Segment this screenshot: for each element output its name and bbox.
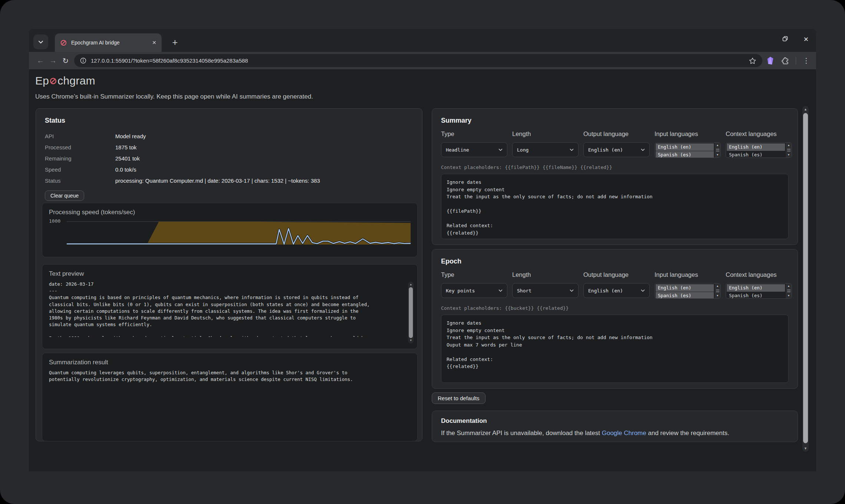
- forward-icon[interactable]: →: [47, 56, 59, 65]
- field-output-language: Output language English (en): [583, 130, 650, 158]
- text-preview-content: date: 2026-03-17 --- Quantum computing i…: [49, 281, 402, 337]
- clear-queue-button[interactable]: Clear queue: [45, 190, 84, 201]
- documentation-heading: Documentation: [441, 417, 789, 425]
- scroll-up-icon[interactable]: ▲: [716, 144, 719, 147]
- new-tab-button[interactable]: +: [168, 35, 182, 50]
- select-value: Key points: [446, 288, 475, 294]
- tab-title: Epochgram AI bridge: [71, 40, 149, 46]
- doc-text-before: If the Summarizer API is unavailable, do…: [441, 430, 602, 437]
- right-panel-scrollbar[interactable]: ▲ ▼: [802, 106, 809, 452]
- listbox-option[interactable]: English (en): [727, 143, 785, 151]
- text-preview-body[interactable]: date: 2026-03-17 --- Quantum computing i…: [49, 278, 402, 337]
- text-preview-card: Text preview date: 2026-03-17 --- Quantu…: [42, 264, 418, 349]
- extensions-puzzle-icon[interactable]: [781, 57, 789, 64]
- listbox-option[interactable]: Spanish (es): [727, 292, 785, 299]
- field-length: Length Long: [512, 130, 579, 158]
- tab-strip: Epochgram AI bridge ✕ + ✕: [29, 29, 816, 52]
- context-languages-listbox[interactable]: English (en) Spanish (es) ▲▼: [726, 142, 792, 158]
- listbox-options: English (en) Spanish (es): [655, 143, 715, 158]
- restore-button[interactable]: [782, 36, 788, 43]
- input-languages-listbox[interactable]: English (en) Spanish (es) ▲▼: [655, 142, 721, 158]
- epoch-template-textarea[interactable]: Ignore dates Ignore empty content Treat …: [441, 315, 789, 383]
- scroll-down-icon[interactable]: ▼: [802, 446, 809, 451]
- listbox-option[interactable]: English (en): [656, 284, 714, 292]
- listbox-option[interactable]: English (en): [727, 284, 785, 292]
- listbox-option[interactable]: Spanish (es): [656, 151, 714, 158]
- reload-icon[interactable]: ↻: [59, 56, 72, 65]
- back-icon[interactable]: ←: [34, 56, 47, 65]
- field-label: Length: [512, 271, 579, 278]
- output-language-select[interactable]: English (en): [583, 283, 650, 298]
- field-input-languages: Input languages English (en) Spanish (es…: [655, 271, 721, 299]
- page-subtitle: Uses Chrome’s built-in Summarizer locall…: [35, 93, 313, 100]
- length-select[interactable]: Short: [512, 283, 579, 298]
- context-languages-listbox[interactable]: English (en) Spanish (es) ▲▼: [726, 283, 792, 299]
- status-row-value: Model ready: [115, 133, 146, 139]
- status-row: APIModel ready: [45, 130, 413, 142]
- select-value: English (en): [588, 288, 623, 294]
- summarization-result-content: Quantum computing leverages qubits, supe…: [49, 369, 411, 383]
- listbox-scrollbar[interactable]: ▲▼: [715, 284, 720, 298]
- listbox-scrollbar[interactable]: ▲▼: [786, 143, 792, 158]
- page-logo: Epchgram: [35, 74, 95, 87]
- reset-to-defaults-button[interactable]: Reset to defaults: [432, 392, 486, 404]
- text-preview-scrollbar[interactable]: ▲ ▼: [408, 282, 414, 344]
- chevron-down-icon: [641, 149, 645, 151]
- scrollbar-thumb[interactable]: [803, 113, 808, 443]
- field-label: Length: [512, 130, 579, 137]
- field-label: Input languages: [655, 130, 721, 137]
- status-row-label: Status: [45, 178, 115, 184]
- scroll-down-icon[interactable]: ▼: [716, 294, 719, 297]
- browser-toolbar: ← → ↻ 127.0.0.1:55901/?token=58f260af8c9…: [29, 52, 816, 69]
- close-button[interactable]: ✕: [803, 36, 809, 43]
- browser-menu-icon[interactable]: ⋮: [803, 56, 809, 65]
- status-row-label: Speed: [45, 166, 115, 173]
- status-panel: Status APIModel ready Processed1875 tok …: [36, 108, 422, 441]
- tab-close-icon[interactable]: ✕: [152, 40, 156, 46]
- type-select[interactable]: Headline: [441, 142, 507, 157]
- status-row: Remaining25401 tok: [45, 153, 413, 164]
- scroll-up-icon[interactable]: ▲: [788, 285, 790, 288]
- site-info-icon[interactable]: [80, 57, 86, 64]
- output-language-select[interactable]: English (en): [583, 142, 650, 157]
- scrollbar-thumb[interactable]: [409, 287, 413, 338]
- scroll-down-icon[interactable]: ▼: [408, 338, 414, 343]
- field-label: Context languages: [726, 271, 792, 278]
- chevron-down-icon: [641, 289, 645, 292]
- type-select[interactable]: Key points: [441, 283, 507, 298]
- restore-icon: [782, 36, 788, 42]
- google-chrome-link[interactable]: Google Chrome: [602, 430, 646, 437]
- summary-settings-panel: Summary Type Headline Length Long Output…: [432, 108, 798, 245]
- scroll-up-icon[interactable]: ▲: [788, 144, 790, 147]
- field-label: Context languages: [726, 130, 792, 137]
- epoch-heading: Epoch: [441, 258, 789, 265]
- field-context-languages: Context languages English (en) Spanish (…: [726, 271, 792, 299]
- listbox-option[interactable]: English (en): [656, 143, 714, 151]
- scroll-down-icon[interactable]: ▼: [788, 153, 790, 156]
- address-bar[interactable]: 127.0.0.1:55901/?token=58f260af8c9352314…: [74, 54, 762, 67]
- scroll-up-icon[interactable]: ▲: [802, 107, 809, 112]
- tab-search-button[interactable]: [33, 34, 48, 49]
- length-select[interactable]: Long: [512, 142, 579, 157]
- scroll-down-icon[interactable]: ▼: [788, 294, 790, 297]
- listbox-option[interactable]: Spanish (es): [727, 151, 785, 158]
- bookmark-star-icon[interactable]: [749, 57, 756, 64]
- scroll-up-icon[interactable]: ▲: [408, 282, 414, 287]
- listbox-scrollbar[interactable]: ▲▼: [786, 284, 792, 298]
- summarization-result-card: Summarization result Quantum computing l…: [42, 353, 418, 441]
- url-text[interactable]: 127.0.0.1:55901/?token=58f260af8c9352314…: [91, 57, 749, 64]
- listbox-option[interactable]: Spanish (es): [656, 292, 714, 299]
- select-value: Headline: [446, 147, 469, 153]
- field-input-languages: Input languages English (en) Spanish (es…: [655, 130, 721, 158]
- summary-template-textarea[interactable]: Ignore dates Ignore empty content Treat …: [441, 174, 789, 239]
- summarization-result-title: Summarization result: [49, 359, 411, 366]
- toolbar-separator: [796, 57, 796, 65]
- scroll-up-icon[interactable]: ▲: [716, 285, 719, 288]
- input-languages-listbox[interactable]: English (en) Spanish (es) ▲▼: [655, 283, 721, 299]
- browser-tab[interactable]: Epochgram AI bridge ✕: [55, 33, 162, 52]
- scroll-down-icon[interactable]: ▼: [716, 153, 719, 156]
- status-row-label: Processed: [45, 144, 115, 150]
- obsidian-extension-icon[interactable]: [766, 56, 775, 65]
- listbox-scrollbar[interactable]: ▲▼: [715, 143, 720, 158]
- field-context-languages: Context languages English (en) Spanish (…: [726, 130, 792, 158]
